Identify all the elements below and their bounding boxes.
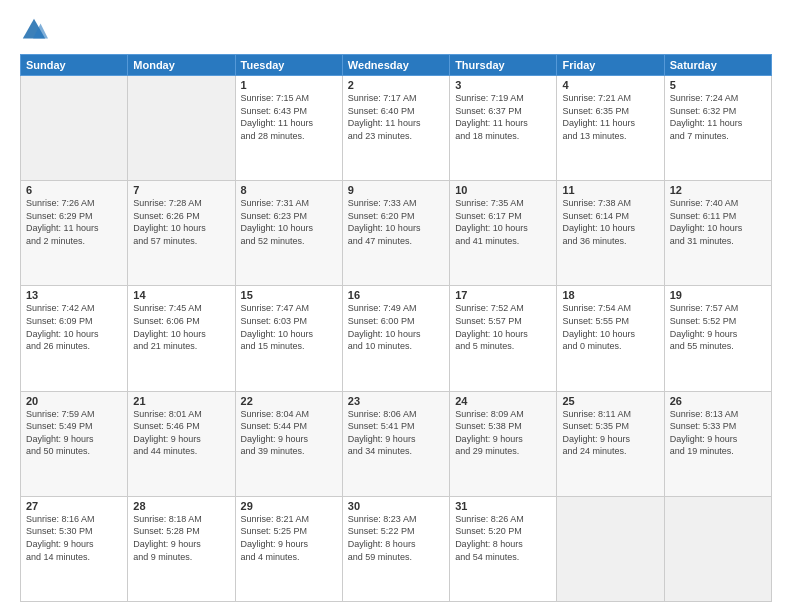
day-number: 6	[26, 184, 122, 196]
calendar-cell: 9Sunrise: 7:33 AM Sunset: 6:20 PM Daylig…	[342, 181, 449, 286]
day-info: Sunrise: 7:57 AM Sunset: 5:52 PM Dayligh…	[670, 302, 766, 352]
calendar-cell: 22Sunrise: 8:04 AM Sunset: 5:44 PM Dayli…	[235, 391, 342, 496]
day-info: Sunrise: 8:23 AM Sunset: 5:22 PM Dayligh…	[348, 513, 444, 563]
day-info: Sunrise: 7:59 AM Sunset: 5:49 PM Dayligh…	[26, 408, 122, 458]
calendar-cell: 7Sunrise: 7:28 AM Sunset: 6:26 PM Daylig…	[128, 181, 235, 286]
calendar-cell: 30Sunrise: 8:23 AM Sunset: 5:22 PM Dayli…	[342, 496, 449, 601]
day-number: 16	[348, 289, 444, 301]
day-number: 7	[133, 184, 229, 196]
day-number: 13	[26, 289, 122, 301]
day-info: Sunrise: 7:19 AM Sunset: 6:37 PM Dayligh…	[455, 92, 551, 142]
day-number: 15	[241, 289, 337, 301]
day-number: 12	[670, 184, 766, 196]
calendar-cell: 11Sunrise: 7:38 AM Sunset: 6:14 PM Dayli…	[557, 181, 664, 286]
day-number: 14	[133, 289, 229, 301]
calendar-cell	[128, 76, 235, 181]
day-number: 27	[26, 500, 122, 512]
calendar-cell: 31Sunrise: 8:26 AM Sunset: 5:20 PM Dayli…	[450, 496, 557, 601]
day-info: Sunrise: 7:42 AM Sunset: 6:09 PM Dayligh…	[26, 302, 122, 352]
day-info: Sunrise: 7:24 AM Sunset: 6:32 PM Dayligh…	[670, 92, 766, 142]
calendar-cell: 19Sunrise: 7:57 AM Sunset: 5:52 PM Dayli…	[664, 286, 771, 391]
day-info: Sunrise: 7:40 AM Sunset: 6:11 PM Dayligh…	[670, 197, 766, 247]
day-info: Sunrise: 7:45 AM Sunset: 6:06 PM Dayligh…	[133, 302, 229, 352]
day-number: 23	[348, 395, 444, 407]
day-info: Sunrise: 8:13 AM Sunset: 5:33 PM Dayligh…	[670, 408, 766, 458]
day-number: 30	[348, 500, 444, 512]
calendar-table: SundayMondayTuesdayWednesdayThursdayFrid…	[20, 54, 772, 602]
calendar-cell: 10Sunrise: 7:35 AM Sunset: 6:17 PM Dayli…	[450, 181, 557, 286]
calendar-header-tuesday: Tuesday	[235, 55, 342, 76]
calendar-cell: 21Sunrise: 8:01 AM Sunset: 5:46 PM Dayli…	[128, 391, 235, 496]
day-number: 5	[670, 79, 766, 91]
day-number: 18	[562, 289, 658, 301]
day-info: Sunrise: 7:35 AM Sunset: 6:17 PM Dayligh…	[455, 197, 551, 247]
day-info: Sunrise: 7:54 AM Sunset: 5:55 PM Dayligh…	[562, 302, 658, 352]
calendar-week-row: 27Sunrise: 8:16 AM Sunset: 5:30 PM Dayli…	[21, 496, 772, 601]
calendar-cell: 13Sunrise: 7:42 AM Sunset: 6:09 PM Dayli…	[21, 286, 128, 391]
calendar-cell	[21, 76, 128, 181]
calendar-header-row: SundayMondayTuesdayWednesdayThursdayFrid…	[21, 55, 772, 76]
logo-icon	[20, 16, 48, 44]
day-info: Sunrise: 8:26 AM Sunset: 5:20 PM Dayligh…	[455, 513, 551, 563]
day-info: Sunrise: 8:18 AM Sunset: 5:28 PM Dayligh…	[133, 513, 229, 563]
calendar-cell: 24Sunrise: 8:09 AM Sunset: 5:38 PM Dayli…	[450, 391, 557, 496]
header	[20, 16, 772, 44]
day-info: Sunrise: 8:06 AM Sunset: 5:41 PM Dayligh…	[348, 408, 444, 458]
calendar-cell: 6Sunrise: 7:26 AM Sunset: 6:29 PM Daylig…	[21, 181, 128, 286]
calendar-cell: 14Sunrise: 7:45 AM Sunset: 6:06 PM Dayli…	[128, 286, 235, 391]
calendar-header-friday: Friday	[557, 55, 664, 76]
calendar-cell: 3Sunrise: 7:19 AM Sunset: 6:37 PM Daylig…	[450, 76, 557, 181]
day-info: Sunrise: 7:26 AM Sunset: 6:29 PM Dayligh…	[26, 197, 122, 247]
calendar-cell: 18Sunrise: 7:54 AM Sunset: 5:55 PM Dayli…	[557, 286, 664, 391]
calendar-header-saturday: Saturday	[664, 55, 771, 76]
calendar-cell: 16Sunrise: 7:49 AM Sunset: 6:00 PM Dayli…	[342, 286, 449, 391]
calendar-cell: 1Sunrise: 7:15 AM Sunset: 6:43 PM Daylig…	[235, 76, 342, 181]
day-info: Sunrise: 7:21 AM Sunset: 6:35 PM Dayligh…	[562, 92, 658, 142]
calendar-cell: 15Sunrise: 7:47 AM Sunset: 6:03 PM Dayli…	[235, 286, 342, 391]
day-info: Sunrise: 8:16 AM Sunset: 5:30 PM Dayligh…	[26, 513, 122, 563]
day-info: Sunrise: 7:28 AM Sunset: 6:26 PM Dayligh…	[133, 197, 229, 247]
day-info: Sunrise: 8:11 AM Sunset: 5:35 PM Dayligh…	[562, 408, 658, 458]
day-number: 28	[133, 500, 229, 512]
day-number: 1	[241, 79, 337, 91]
day-info: Sunrise: 7:47 AM Sunset: 6:03 PM Dayligh…	[241, 302, 337, 352]
calendar-header-wednesday: Wednesday	[342, 55, 449, 76]
day-number: 9	[348, 184, 444, 196]
page: SundayMondayTuesdayWednesdayThursdayFrid…	[0, 0, 792, 612]
calendar-cell: 17Sunrise: 7:52 AM Sunset: 5:57 PM Dayli…	[450, 286, 557, 391]
day-number: 3	[455, 79, 551, 91]
day-info: Sunrise: 7:52 AM Sunset: 5:57 PM Dayligh…	[455, 302, 551, 352]
calendar-week-row: 6Sunrise: 7:26 AM Sunset: 6:29 PM Daylig…	[21, 181, 772, 286]
calendar-header-sunday: Sunday	[21, 55, 128, 76]
day-info: Sunrise: 8:04 AM Sunset: 5:44 PM Dayligh…	[241, 408, 337, 458]
calendar-cell: 5Sunrise: 7:24 AM Sunset: 6:32 PM Daylig…	[664, 76, 771, 181]
day-number: 29	[241, 500, 337, 512]
day-number: 10	[455, 184, 551, 196]
calendar-week-row: 13Sunrise: 7:42 AM Sunset: 6:09 PM Dayli…	[21, 286, 772, 391]
calendar-cell: 26Sunrise: 8:13 AM Sunset: 5:33 PM Dayli…	[664, 391, 771, 496]
day-number: 31	[455, 500, 551, 512]
day-info: Sunrise: 8:01 AM Sunset: 5:46 PM Dayligh…	[133, 408, 229, 458]
calendar-cell: 12Sunrise: 7:40 AM Sunset: 6:11 PM Dayli…	[664, 181, 771, 286]
day-info: Sunrise: 7:15 AM Sunset: 6:43 PM Dayligh…	[241, 92, 337, 142]
calendar-cell: 2Sunrise: 7:17 AM Sunset: 6:40 PM Daylig…	[342, 76, 449, 181]
day-info: Sunrise: 7:31 AM Sunset: 6:23 PM Dayligh…	[241, 197, 337, 247]
day-number: 19	[670, 289, 766, 301]
calendar-cell: 27Sunrise: 8:16 AM Sunset: 5:30 PM Dayli…	[21, 496, 128, 601]
calendar-week-row: 20Sunrise: 7:59 AM Sunset: 5:49 PM Dayli…	[21, 391, 772, 496]
calendar-cell: 25Sunrise: 8:11 AM Sunset: 5:35 PM Dayli…	[557, 391, 664, 496]
calendar-week-row: 1Sunrise: 7:15 AM Sunset: 6:43 PM Daylig…	[21, 76, 772, 181]
calendar-cell: 8Sunrise: 7:31 AM Sunset: 6:23 PM Daylig…	[235, 181, 342, 286]
day-number: 17	[455, 289, 551, 301]
day-number: 20	[26, 395, 122, 407]
logo	[20, 16, 52, 44]
calendar-cell: 28Sunrise: 8:18 AM Sunset: 5:28 PM Dayli…	[128, 496, 235, 601]
day-info: Sunrise: 8:09 AM Sunset: 5:38 PM Dayligh…	[455, 408, 551, 458]
calendar-cell: 4Sunrise: 7:21 AM Sunset: 6:35 PM Daylig…	[557, 76, 664, 181]
day-number: 8	[241, 184, 337, 196]
calendar-header-thursday: Thursday	[450, 55, 557, 76]
calendar-cell: 23Sunrise: 8:06 AM Sunset: 5:41 PM Dayli…	[342, 391, 449, 496]
day-info: Sunrise: 7:33 AM Sunset: 6:20 PM Dayligh…	[348, 197, 444, 247]
day-info: Sunrise: 7:49 AM Sunset: 6:00 PM Dayligh…	[348, 302, 444, 352]
day-number: 22	[241, 395, 337, 407]
